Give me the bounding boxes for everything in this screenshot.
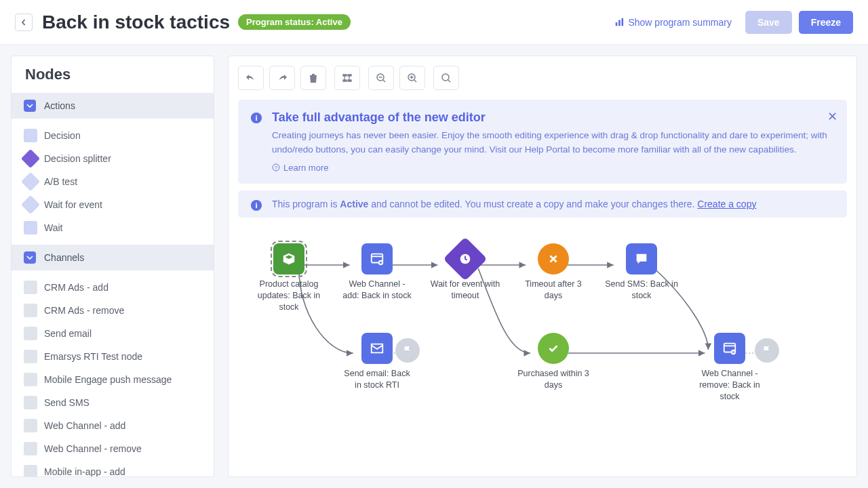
flow-node-wait-event[interactable]: Wait for event with timeout — [428, 243, 502, 302]
node-send-sms[interactable]: Send SMS — [12, 391, 214, 414]
delete-button[interactable] — [300, 66, 326, 90]
email-icon — [24, 327, 37, 340]
web-remove-icon — [24, 442, 37, 455]
node-decision-splitter[interactable]: Decision splitter — [12, 147, 214, 170]
trash-icon — [308, 73, 319, 83]
push-icon — [24, 373, 37, 386]
bar-chart-icon — [614, 18, 624, 27]
svg-rect-2 — [622, 18, 624, 25]
node-crm-ads-remove[interactable]: CRM Ads - remove — [12, 299, 214, 322]
ab-test-icon — [21, 172, 40, 191]
category-label: Channels — [44, 252, 84, 263]
crm-add-icon — [24, 281, 37, 294]
page-title: Back in stock tactics — [42, 12, 230, 33]
banner-close-button[interactable]: ✕ — [827, 109, 837, 124]
wait-icon — [24, 221, 37, 235]
svg-text:?: ? — [275, 165, 278, 171]
flow-node-timeout[interactable]: Timeout after 3 days — [516, 243, 591, 302]
node-ab-test[interactable]: A/B test — [12, 170, 214, 193]
freeze-button[interactable]: Freeze — [799, 11, 853, 34]
node-decision[interactable]: Decision — [12, 124, 214, 147]
help-icon: ? — [272, 163, 280, 171]
clock-icon — [458, 251, 473, 266]
layout-icon — [342, 73, 353, 83]
flag-icon — [761, 344, 773, 357]
show-summary-label: Show program summary — [628, 17, 732, 28]
show-summary-link[interactable]: Show program summary — [614, 17, 732, 28]
zoom-in-icon — [407, 73, 418, 83]
redo-button[interactable] — [269, 66, 295, 90]
sidebar-title: Nodes — [12, 56, 214, 93]
node-web-channel-add[interactable]: Web Channel - add — [12, 414, 214, 437]
web-remove-icon — [722, 341, 737, 356]
info-icon: i — [250, 112, 262, 124]
category-actions[interactable]: Actions — [12, 93, 214, 119]
flow-end-2 — [750, 338, 784, 367]
node-rti-test[interactable]: Emarsys RTI Test node — [12, 345, 214, 368]
email-icon — [370, 341, 384, 356]
zoom-out-button[interactable] — [368, 66, 394, 90]
active-notice: i This program is Active and cannot be e… — [238, 190, 847, 218]
node-crm-ads-add[interactable]: CRM Ads - add — [12, 276, 214, 299]
x-icon — [546, 251, 561, 266]
web-add-icon — [370, 251, 384, 266]
status-badge: Program status: Active — [238, 14, 351, 30]
info-icon: i — [250, 199, 262, 211]
zoom-out-icon — [376, 73, 387, 83]
banner-body: Creating journeys has never been easier.… — [272, 129, 833, 157]
flow-diagram[interactable]: Product catalog updates: Back in stock W… — [238, 231, 847, 434]
chevron-down-icon — [24, 251, 36, 264]
flow-node-catalog[interactable]: Product catalog updates: Back in stock — [252, 243, 326, 313]
node-wait[interactable]: Wait — [12, 216, 214, 239]
back-button[interactable] — [15, 14, 33, 31]
node-wait-for-event[interactable]: Wait for event — [12, 193, 214, 216]
category-label: Actions — [44, 100, 75, 111]
svg-rect-0 — [616, 22, 618, 26]
nodes-sidebar: Nodes Actions Decision Decision splitter… — [11, 56, 214, 477]
node-mobile-inapp-add[interactable]: Mobile in-app - add — [12, 460, 214, 477]
save-button[interactable]: Save — [745, 11, 792, 34]
flow-end-1 — [391, 338, 425, 367]
sms-icon — [634, 251, 649, 266]
undo-icon — [245, 73, 256, 83]
package-icon — [281, 251, 296, 266]
svg-point-5 — [442, 74, 449, 81]
sms-icon — [24, 396, 37, 409]
node-mobile-push[interactable]: Mobile Engage push message — [12, 368, 214, 391]
splitter-icon — [21, 149, 40, 168]
flow-node-web-add[interactable]: Web Channel - add: Back in stock — [340, 243, 414, 302]
svg-text:i: i — [255, 200, 257, 209]
layout-button[interactable] — [334, 66, 360, 90]
check-icon — [546, 341, 561, 356]
crm-remove-icon — [24, 304, 37, 317]
canvas-toolbar — [238, 66, 847, 90]
node-web-channel-remove[interactable]: Web Channel - remove — [12, 437, 214, 460]
undo-button[interactable] — [238, 66, 264, 90]
create-copy-link[interactable]: Create a copy — [697, 199, 756, 209]
fit-icon — [441, 73, 452, 83]
node-send-email[interactable]: Send email — [12, 322, 214, 345]
flow-node-sms[interactable]: Send SMS: Back in stock — [604, 243, 679, 302]
chevron-down-icon — [24, 100, 36, 112]
category-channels[interactable]: Channels — [12, 245, 214, 270]
banner-title: Take full advantage of the new editor — [272, 110, 833, 125]
svg-text:i: i — [255, 113, 257, 122]
redo-icon — [277, 73, 288, 83]
chevron-left-icon — [20, 19, 27, 26]
fit-button[interactable] — [433, 66, 459, 90]
canvas[interactable]: i ✕ Take full advantage of the new edito… — [228, 56, 857, 477]
inapp-icon — [24, 465, 37, 477]
flow-node-purchased[interactable]: Purchased within 3 days — [516, 333, 591, 391]
editor-banner: i ✕ Take full advantage of the new edito… — [238, 100, 847, 184]
banner-learn-more[interactable]: ? Learn more — [272, 163, 833, 173]
wait-event-icon — [21, 195, 40, 214]
zoom-in-button[interactable] — [399, 66, 425, 90]
rti-icon — [24, 350, 37, 363]
flag-icon — [401, 344, 414, 357]
funnel-icon — [24, 129, 37, 142]
svg-rect-1 — [619, 20, 621, 26]
web-add-icon — [24, 419, 37, 432]
